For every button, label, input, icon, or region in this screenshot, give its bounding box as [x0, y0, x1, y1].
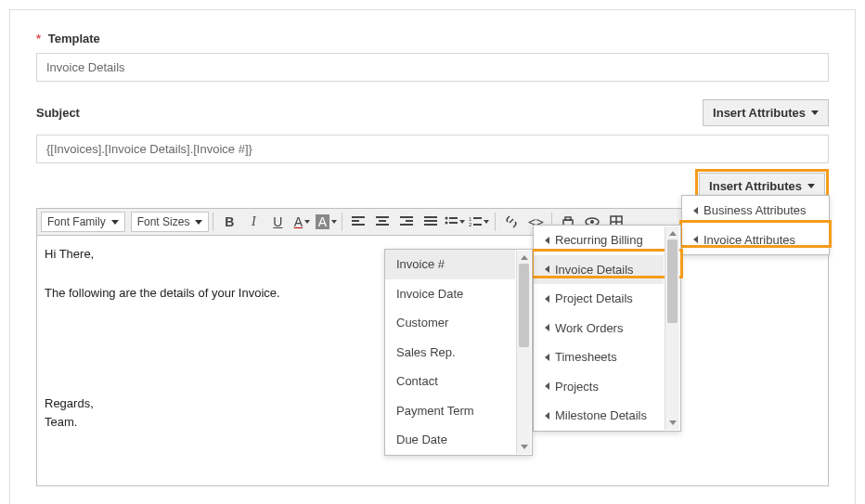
menu-item[interactable]: Milestone Details	[534, 401, 664, 431]
subject-input[interactable]	[36, 135, 829, 163]
svg-point-7	[590, 220, 594, 224]
template-label: * Template	[36, 32, 829, 45]
align-justify-button[interactable]	[419, 211, 443, 233]
attributes-menu-level3: Invoice #Invoice DateCustomerSales Rep.C…	[384, 249, 533, 456]
scrollbar[interactable]	[665, 226, 679, 430]
menu-item-label: Sales Rep.	[396, 343, 456, 362]
bullet-list-button[interactable]	[443, 211, 467, 233]
separator	[495, 213, 496, 231]
font-sizes-dropdown[interactable]: Font Sizes	[131, 212, 210, 232]
attributes-menu-level1: Business AttributesInvoice Attributes	[681, 195, 830, 255]
menu-item[interactable]: Invoice Attributes	[682, 226, 829, 255]
underline-button[interactable]: U	[265, 211, 290, 233]
editor-wrap: Insert Attributes Font Family Font Sizes…	[36, 208, 829, 486]
svg-text:2: 2	[469, 222, 472, 227]
insert-attributes-subject-button[interactable]: Insert Attributes	[703, 99, 829, 126]
menu-item[interactable]: Invoice Date	[385, 279, 515, 309]
template-input[interactable]	[36, 53, 829, 82]
editor-body[interactable]: Hi There, The following are the details …	[36, 236, 829, 486]
subject-label-text: Subject	[36, 106, 80, 120]
align-left-button[interactable]	[346, 211, 370, 233]
menu-item-label: Timesheets	[555, 348, 617, 367]
required-asterisk: *	[36, 32, 41, 45]
scroll-thumb[interactable]	[667, 239, 678, 323]
menu-item-label: Payment Term	[396, 402, 474, 420]
menu-item[interactable]: Payment Term	[385, 396, 515, 426]
menu-item[interactable]: Invoice #	[385, 250, 515, 279]
scroll-thumb[interactable]	[519, 264, 529, 347]
align-right-button[interactable]	[394, 211, 419, 233]
menu-item[interactable]: Due Date	[385, 425, 515, 455]
menu-item[interactable]: Recurring Billing	[534, 226, 664, 255]
menu-item[interactable]: Project Details	[534, 284, 664, 314]
menu-item-label: Project Details	[555, 290, 633, 308]
menu-item-label: Recurring Billing	[555, 231, 643, 250]
menu-item-label: Invoice #	[396, 255, 445, 274]
scroll-up-icon[interactable]	[665, 226, 679, 239]
separator	[342, 213, 342, 231]
menu-item[interactable]: Invoice Details	[534, 255, 664, 285]
text-color-button[interactable]: A	[290, 211, 314, 233]
scroll-up-icon[interactable]	[517, 251, 531, 264]
menu-item-label: Contact	[396, 372, 438, 391]
caret-down-icon	[807, 184, 815, 188]
background-color-button[interactable]: A	[314, 211, 338, 233]
menu-item[interactable]: Customer	[385, 308, 515, 338]
menu-item-label: Work Orders	[555, 319, 623, 338]
insert-attributes-body-label: Insert Attributes	[709, 179, 802, 193]
subject-label: Subject	[36, 106, 80, 120]
svg-point-1	[445, 222, 448, 225]
font-family-dropdown[interactable]: Font Family	[41, 212, 125, 232]
menu-item-label: Invoice Details	[555, 261, 634, 279]
menu-item-label: Invoice Attributes	[704, 231, 795, 250]
font-sizes-label: Font Sizes	[137, 215, 190, 228]
insert-attributes-subject-label: Insert Attributes	[713, 106, 806, 120]
scrollbar[interactable]	[516, 251, 531, 454]
menu-item[interactable]: Contact	[385, 367, 515, 396]
numbered-list-button[interactable]: 12	[467, 211, 491, 233]
caret-down-icon	[195, 220, 202, 225]
attributes-menu-level2: Recurring BillingInvoice DetailsProject …	[533, 225, 681, 432]
menu-item-label: Invoice Date	[396, 285, 463, 304]
svg-point-0	[445, 217, 448, 220]
italic-button[interactable]: I	[241, 211, 265, 233]
menu-item-label: Business Attributes	[704, 201, 807, 220]
font-family-label: Font Family	[47, 215, 106, 228]
form-panel: * Template Subject Insert Attributes Ins…	[9, 9, 856, 504]
menu-item[interactable]: Sales Rep.	[385, 338, 515, 368]
menu-item-label: Milestone Details	[555, 407, 647, 425]
menu-item[interactable]: Projects	[534, 372, 664, 402]
menu-item[interactable]: Work Orders	[534, 314, 664, 343]
menu-item-label: Projects	[555, 378, 599, 396]
caret-down-icon	[111, 220, 119, 225]
menu-item[interactable]: Timesheets	[534, 342, 664, 372]
menu-item[interactable]: Business Attributes	[682, 196, 829, 226]
caret-down-icon	[811, 110, 819, 115]
menu-item-label: Due Date	[396, 431, 447, 449]
scroll-down-icon[interactable]	[517, 441, 531, 454]
scroll-down-icon[interactable]	[665, 417, 679, 430]
menu-item-label: Customer	[396, 314, 448, 332]
svg-rect-5	[565, 217, 571, 220]
bold-button[interactable]: B	[217, 211, 241, 233]
align-center-button[interactable]	[370, 211, 394, 233]
link-button[interactable]	[499, 211, 523, 233]
separator	[213, 213, 213, 231]
template-label-text: Template	[48, 32, 100, 45]
